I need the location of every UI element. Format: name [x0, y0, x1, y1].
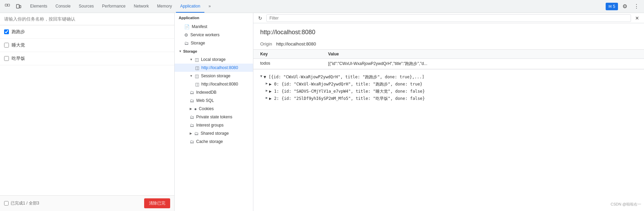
service-workers-icon: ⚙	[184, 32, 188, 38]
clear-completed-btn[interactable]: 清除已完	[144, 198, 170, 208]
sidebar-indexeddb-label: IndexedDB	[196, 90, 216, 95]
storage-section-label: Storage	[183, 49, 197, 53]
local-storage-icon: ◫	[195, 57, 199, 62]
tab-sources[interactable]: Sources	[75, 0, 98, 13]
list-item: 跑跑步	[0, 25, 174, 39]
svg-rect-2	[16, 4, 19, 8]
tab-network[interactable]: Network	[130, 0, 153, 13]
tab-elements[interactable]: Elements	[26, 0, 51, 13]
json-item0-toggle[interactable]: ▶	[266, 81, 268, 85]
main-area: 跑跑步 睡大觉 吃早饭 已完成1 / 全部3 清除已完 Applicat	[0, 13, 644, 211]
devtools-application-panel: Application 📄 Manifest ⚙ Service workers…	[175, 13, 644, 211]
sidebar-item-cookies[interactable]: ▶ ● Cookies	[175, 105, 253, 113]
tab-performance[interactable]: Performance	[98, 0, 130, 13]
tab-memory[interactable]: Memory	[153, 0, 176, 13]
inspect-element-btn[interactable]	[3, 2, 12, 11]
tab-more[interactable]: »	[204, 0, 215, 13]
sidebar-item-private-state-tokens[interactable]: 🗂 Private state tokens	[175, 113, 253, 121]
json-item2-toggle[interactable]: ▶	[266, 96, 268, 100]
json-line-1: ▶ ▶ 1: {id: "SADVS-CMjYlV1a_e7vpW4", tit…	[266, 88, 637, 95]
sidebar-websql-label: Web SQL	[196, 98, 214, 103]
origin-label: Origin	[260, 41, 272, 47]
json-item0-text: ▶ 0: {id: "CWxUl-WxaRjowP2ywdQrH", title…	[269, 81, 422, 87]
settings-btn[interactable]: ⚙	[620, 2, 630, 11]
toolbar-right: ✉ 5 ⚙ ⋮	[606, 2, 641, 11]
todo-list: 跑跑步 睡大觉 吃早饭	[0, 25, 174, 195]
tab-application[interactable]: Application	[176, 0, 204, 13]
url-title: http://localhost:8080	[260, 29, 637, 36]
json-root-toggle[interactable]: ▼	[260, 74, 262, 78]
svg-rect-1	[8, 4, 10, 6]
csdn-watermark: CSDN @啦啦右一	[611, 202, 641, 207]
sidebar-item-indexeddb[interactable]: 🗂 IndexedDB	[175, 88, 253, 96]
origin-value: http://localhost:8080	[276, 41, 316, 47]
json-children: ▶ ▶ 0: {id: "CWxUl-WxaRjowP2ywdQrH", tit…	[260, 81, 637, 102]
sidebar-item-interest-groups[interactable]: 🗂 Interest groups	[175, 121, 253, 129]
list-item: 睡大觉	[0, 39, 174, 52]
sidebar-item-shared-storage[interactable]: ▶ 🗂 Shared storage	[175, 129, 253, 137]
refresh-storage-btn[interactable]: ↻	[256, 14, 264, 22]
notification-icon: ✉	[608, 4, 612, 9]
device-toolbar-btn[interactable]	[14, 2, 23, 11]
sidebar-item-service-workers[interactable]: ⚙ Service workers	[175, 31, 253, 39]
sidebar-item-session-storage-host[interactable]: ◫ http://localhost:8080	[175, 80, 253, 88]
url-section: http://localhost:8080	[253, 23, 644, 39]
json-line-0: ▶ ▶ 0: {id: "CWxUl-WxaRjowP2ywdQrH", tit…	[266, 81, 637, 88]
svg-rect-3	[20, 5, 21, 8]
sidebar-cookies-label: Cookies	[199, 106, 214, 111]
select-all-checkbox[interactable]	[4, 201, 9, 206]
table-key-cell: todos	[253, 59, 321, 69]
todo-checkbox-2[interactable]	[4, 43, 9, 48]
origin-row: Origin http://localhost:8080	[253, 39, 644, 50]
manifest-icon: 📄	[184, 24, 190, 29]
svg-rect-0	[5, 4, 7, 6]
sidebar-storage-link-label: Storage	[191, 41, 205, 45]
interest-groups-icon: 🗂	[190, 123, 194, 128]
shared-storage-expand-icon: ▶	[190, 132, 192, 135]
shared-storage-icon: 🗂	[194, 131, 199, 136]
toolbar-icons	[3, 2, 23, 11]
sidebar-item-websql[interactable]: 🗂 Web SQL	[175, 96, 253, 105]
indexeddb-icon: 🗂	[190, 90, 194, 95]
sidebar-storage-section[interactable]: ▼ Storage	[175, 47, 253, 55]
table-value-cell: [{"id":"CWxUl-WxaRjowP2ywdQrH","title":"…	[321, 59, 644, 69]
content-toolbar: ↻ ✕	[253, 13, 644, 23]
sidebar-session-storage-host-label: http://localhost:8080	[201, 82, 238, 87]
tab-console[interactable]: Console	[51, 0, 75, 13]
content-main: http://localhost:8080 Origin http://loca…	[253, 23, 644, 211]
todo-checkbox-1[interactable]	[4, 29, 9, 34]
sidebar-private-state-tokens-label: Private state tokens	[196, 115, 232, 119]
sidebar-item-local-storage-host[interactable]: ◫ http://localhost:8080	[175, 64, 253, 72]
sidebar-item-storage-link[interactable]: 🗂 Storage	[175, 39, 253, 47]
todo-checkbox-3[interactable]	[4, 56, 9, 61]
notification-btn[interactable]: ✉ 5	[606, 3, 618, 10]
cookies-icon: ●	[194, 106, 197, 111]
json-item1-toggle[interactable]: ▶	[266, 89, 268, 92]
sidebar-cache-storage-label: Cache storage	[196, 139, 223, 144]
sidebar-manifest-label: Manifest	[192, 24, 207, 29]
todo-footer: 已完成1 / 全部3 清除已完	[0, 195, 174, 211]
storage-expand-icon: ▼	[179, 50, 182, 53]
devtools-tabs: Elements Console Sources Performance Net…	[26, 0, 215, 13]
todo-input[interactable]	[0, 13, 174, 25]
todo-count: 已完成1 / 全部3	[4, 200, 39, 206]
application-section-label: Application	[179, 16, 199, 20]
session-storage-host-icon: ◫	[195, 82, 199, 87]
devtools-sidebar: Application 📄 Manifest ⚙ Service workers…	[175, 13, 253, 211]
sidebar-item-local-storage[interactable]: ▼ ◫ Local storage	[175, 55, 253, 64]
table-row[interactable]: todos [{"id":"CWxUl-WxaRjowP2ywdQrH","ti…	[253, 59, 644, 69]
sidebar-item-manifest[interactable]: 📄 Manifest	[175, 23, 253, 31]
clear-filter-btn[interactable]: ✕	[633, 14, 641, 22]
sidebar-item-cache-storage[interactable]: 🗂 Cache storage	[175, 137, 253, 146]
json-line-root: ▼ ▼ [{id: "CWxUl-WxaRjowP2ywdQrH", title…	[260, 74, 637, 81]
sidebar-service-workers-label: Service workers	[190, 32, 219, 37]
todo-count-text: 已完成1 / 全部3	[11, 200, 39, 206]
sidebar-item-session-storage[interactable]: ▼ ◫ Session storage	[175, 72, 253, 80]
private-state-tokens-icon: 🗂	[190, 115, 194, 120]
todo-item-text-1: 跑跑步	[12, 29, 25, 35]
filter-input[interactable]	[266, 14, 631, 22]
sidebar-application-header: Application	[175, 13, 253, 23]
json-item2-text: ▶ 2: {id: "2SlDf9yhI6ySP2mM_Mfo5", title…	[269, 96, 425, 102]
todo-item-text-3: 吃早饭	[12, 55, 25, 62]
more-options-btn[interactable]: ⋮	[632, 2, 641, 11]
